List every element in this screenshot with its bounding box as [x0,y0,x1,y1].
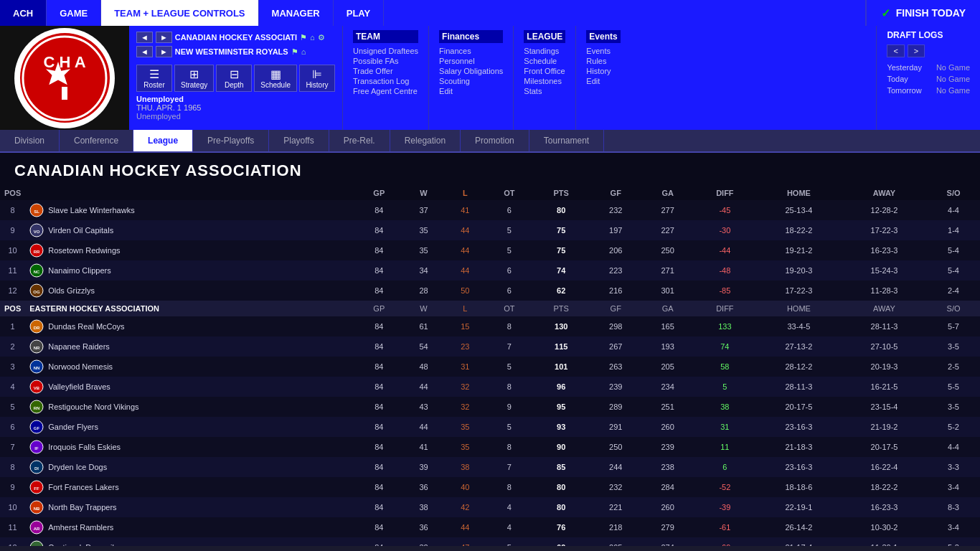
tab-league[interactable]: League [133,130,193,151]
schedule-btn[interactable]: ▦ Schedule [254,65,297,92]
league-title: CANADIAN HOCKEY ASSOCIATION [0,153,980,186]
depth-icon: ⊟ [230,67,239,81]
table-row[interactable]: 11 NC Nanaimo Clippers 84 34 44 6 74 223… [0,260,980,281]
svg-text:NC: NC [34,270,40,274]
nav-next-btn[interactable]: ► [156,32,172,43]
finances-link-salary[interactable]: Salary Obligations [439,66,503,76]
table-row[interactable]: 4 VB Valleyfield Braves 84 44 32 8 96 23… [0,377,980,397]
team-link-possiblefas[interactable]: Possible FAs [353,56,418,66]
strategy-btn[interactable]: ⊞ Strategy [174,65,214,92]
table-row[interactable]: 9 VO Virden Oil Capitals 84 35 44 5 75 1… [0,220,980,240]
draft-logs-title: DRAFT LOGS [887,30,970,40]
gear-icon1: ⚙ [318,33,325,42]
svg-text:AR: AR [34,527,40,531]
nav-team-league[interactable]: TEAM + LEAGUE CONTROLS [101,0,258,26]
team-logo-area: C H A [0,26,129,130]
svg-text:OG: OG [34,290,41,294]
svg-text:DI: DI [34,466,39,471]
depth-label: Depth [225,81,244,89]
svg-rect-3 [62,87,67,100]
svg-point-36 [30,541,43,546]
league-link-stats[interactable]: Stats [524,86,565,96]
nav-prev-btn2[interactable]: ◄ [136,46,153,57]
team-link-unsigned[interactable]: Unsigned Draftees [353,46,418,56]
svg-text:NN: NN [34,366,40,370]
strategy-icon: ⊞ [189,67,199,81]
tab-promotion[interactable]: Promotion [461,130,529,151]
roster-label: Roster [143,81,164,89]
table-row[interactable]: 10 RR Rosetown Redwings 84 35 44 5 75 20… [0,240,980,260]
tab-conference[interactable]: Conference [60,130,133,151]
table-row[interactable]: 10 NB North Bay Trappers 84 38 42 4 80 2… [0,497,980,517]
league-link-frontoffice[interactable]: Front Office [524,66,565,76]
user-status2: Unemployed [136,112,335,121]
table-row[interactable]: 8 SL Slave Lake Winterhawks 84 37 41 6 8… [0,200,980,220]
team-link-freeagent[interactable]: Free Agent Centre [353,86,418,96]
team-link-trade[interactable]: Trade Offer [353,66,418,76]
roster-btn[interactable]: ☰ Roster [136,65,172,92]
events-link-rules[interactable]: Rules [586,56,620,66]
nav-prev-btn[interactable]: ◄ [136,32,153,43]
draft-today-value: No Game [936,75,970,83]
history-btn[interactable]: ⊫ History [299,65,335,92]
finances-link-finances[interactable]: Finances [439,46,503,56]
roster-icon: ☰ [149,67,159,81]
tab-prerel[interactable]: Pre-Rel. [329,130,390,151]
nav-ach[interactable]: ACH [0,0,47,26]
team-link-transaction[interactable]: Transaction Log [353,76,418,86]
svg-text:NR: NR [34,346,40,350]
draft-tomorrow-value: No Game [936,86,970,95]
finances-link-personnel[interactable]: Personnel [439,56,503,66]
finances-menu-title: Finances [439,30,503,43]
svg-text:SL: SL [34,209,39,214]
finish-today-button[interactable]: ✓ FINISH TODAY [865,0,980,26]
table-row[interactable]: 9 FF Fort Frances Lakers 84 36 40 8 80 2… [0,477,980,497]
table-row[interactable]: 6 GF Gander Flyers 84 44 35 5 93 291 260… [0,417,980,437]
events-link-history[interactable]: History [586,66,620,76]
draft-yesterday-label: Yesterday [887,63,922,72]
home-icon1: ⌂ [310,33,315,42]
nav-association-label: CANADIAN HOCKEY ASSOCIATI [175,33,297,42]
tab-relegation[interactable]: Relegation [390,130,461,151]
checkmark-icon: ✓ [881,6,890,20]
table-row[interactable]: 5 RN Restigouche Nord Vikings 84 43 32 9… [0,397,980,417]
svg-text:VB: VB [34,386,40,390]
league-link-schedule[interactable]: Schedule [524,56,565,66]
svg-text:GF: GF [34,426,40,430]
depth-btn[interactable]: ⊟ Depth [216,65,252,92]
svg-text:VO: VO [34,230,40,234]
league-link-milestones[interactable]: Milestones [524,76,565,86]
finances-link-scouting[interactable]: Scouting [439,76,503,86]
events-link-edit[interactable]: Edit [586,76,620,86]
nav-game[interactable]: GAME [47,0,101,26]
tab-division[interactable]: Division [0,130,60,151]
tab-preploffs[interactable]: Pre-Playoffs [193,130,269,151]
cha-logo: C H A [22,35,108,121]
tab-playoffs[interactable]: Playoffs [269,130,329,151]
draft-prev-btn[interactable]: < [887,44,904,57]
table-row[interactable]: 12 OG Olds Grizzlys 84 28 50 6 62 216 30… [0,281,980,301]
draft-next-btn[interactable]: > [908,44,925,57]
table-row[interactable]: 3 NN Norwood Nemesis 84 48 31 5 101 263 … [0,357,980,377]
section-header: POS EASTERN HOCKEY ASSOCIATION GP W L OT… [0,301,980,316]
finances-link-edit[interactable]: Edit [439,86,503,96]
table-row[interactable]: 1 DR Dundas Real McCoys 84 61 15 8 130 2… [0,316,980,336]
svg-text:C H A: C H A [43,53,85,71]
nav-manager[interactable]: MANAGER [259,0,334,26]
table-row[interactable]: 2 NR Napanee Raiders 84 54 23 7 115 267 … [0,336,980,357]
nav-next-btn2[interactable]: ► [156,46,172,57]
table-row[interactable]: 7 IF Iroquois Falls Eskies 84 41 35 8 90… [0,437,980,457]
svg-text:DR: DR [34,326,40,330]
table-row[interactable]: 12 CD Coaticook Dynamik 84 32 47 5 69 20… [0,537,980,546]
nav-play[interactable]: PLAY [334,0,384,26]
draft-tomorrow-label: Tomorrow [887,86,921,95]
svg-text:NB: NB [34,507,40,511]
flag-icon2: ⚑ [291,47,298,57]
table-row[interactable]: 11 AR Amherst Ramblers 84 36 44 4 76 218… [0,517,980,537]
events-link-events[interactable]: Events [586,46,620,56]
schedule-label: Schedule [260,81,291,89]
league-link-standings[interactable]: Standings [524,46,565,56]
tab-tournament[interactable]: Tournament [529,130,604,151]
table-row[interactable]: 8 DI Dryden Ice Dogs 84 39 38 7 85 244 2… [0,457,980,477]
history-icon: ⊫ [312,67,322,81]
